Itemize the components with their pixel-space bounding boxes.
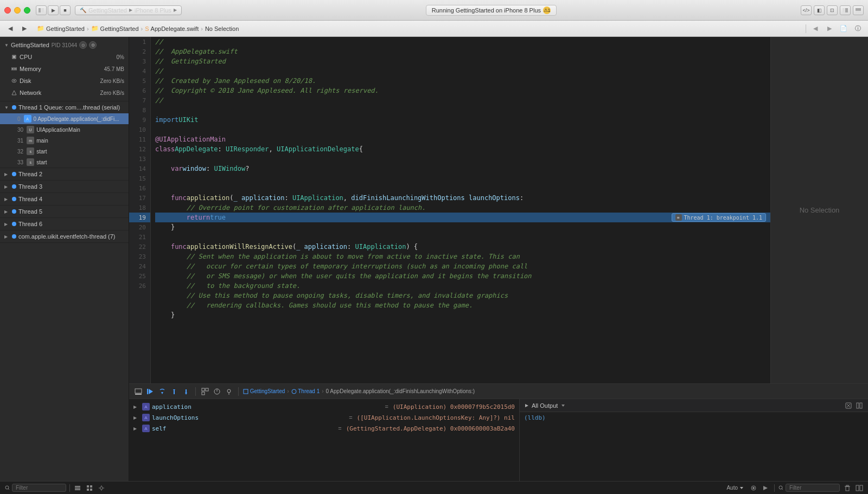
- svg-rect-44: [87, 489, 89, 491]
- thread-4-header[interactable]: ▶ Thread 4: [0, 193, 129, 205]
- svg-marker-22: [185, 393, 187, 395]
- memory-graph-btn[interactable]: [212, 387, 222, 396]
- metric-row-memory[interactable]: Memory 45.7 MB: [0, 63, 129, 75]
- auto-section: Auto: [724, 484, 770, 492]
- var-eq-3: =: [338, 425, 341, 432]
- back-button[interactable]: ◀: [4, 23, 16, 34]
- debug-bc-item-2[interactable]: Thread 1: [291, 388, 320, 394]
- thread-dot-6: [12, 222, 16, 226]
- thread-ef-label: com.apple.uikit.eventfetch-thread (7): [18, 233, 124, 240]
- close-button[interactable]: [4, 7, 11, 14]
- info-icon[interactable]: ⓘ: [852, 23, 864, 34]
- gauge-btn-2[interactable]: ⚙: [89, 41, 97, 49]
- breadcrumb-separator-3: ›: [201, 25, 203, 32]
- line-num-6: 6: [129, 86, 150, 95]
- debug-bc-sep-2: ›: [322, 388, 323, 394]
- thread-3-header[interactable]: ▶ Thread 3: [0, 181, 129, 193]
- auto-selector[interactable]: Auto: [724, 484, 746, 492]
- metric-row-cpu[interactable]: CPU 0%: [0, 51, 129, 63]
- list-view-btn[interactable]: [73, 484, 82, 492]
- thread-item-31[interactable]: 31 m main: [0, 135, 129, 146]
- thread-dot-3: [12, 184, 16, 189]
- breadcrumb-label-4: No Selection: [205, 25, 239, 32]
- status-icon-1[interactable]: [749, 484, 758, 492]
- line-num-21: 21: [129, 232, 150, 242]
- process-row[interactable]: ▼ GettingStarted PID 31044 ⊙ ⚙: [0, 39, 129, 51]
- trash-btn[interactable]: [843, 484, 852, 492]
- code-line-22: func applicationWillResignActive(_ appli…: [155, 242, 770, 252]
- thread-eventfetch-header[interactable]: ▶ com.apple.uikit.eventfetch-thread (7): [0, 230, 129, 242]
- thread-1-header[interactable]: ▼ Thread 1 Queue: com....thread (serial): [0, 101, 129, 113]
- filter-input-variables[interactable]: [12, 484, 66, 492]
- breadcrumb-gettingstarted-2[interactable]: 📁 GettingStarted: [91, 25, 139, 32]
- settings-btn[interactable]: [97, 484, 106, 492]
- code-review-btn[interactable]: </>: [801, 5, 812, 15]
- step-over-btn[interactable]: [157, 387, 167, 396]
- debug-navigator: ▼ GettingStarted PID 31044 ⊙ ⚙ CPU 0% Me…: [0, 37, 129, 481]
- metric-row-network[interactable]: Network Zero KB/s: [0, 87, 129, 99]
- issues-next-btn[interactable]: ▶: [824, 23, 835, 34]
- svg-marker-47: [740, 487, 743, 489]
- thread-5-header[interactable]: ▶ Thread 5: [0, 206, 129, 217]
- thread-item-32[interactable]: 32 s start: [0, 146, 129, 157]
- svg-rect-15: [135, 394, 142, 395]
- svg-rect-2: [843, 8, 845, 12]
- simulate-location-btn[interactable]: [224, 387, 234, 396]
- code-line-25: }: [155, 310, 770, 320]
- debug-toggle-btn[interactable]: [853, 5, 864, 15]
- breadcrumb-appdelegate[interactable]: S AppDelegate.swift: [145, 25, 199, 32]
- auto-label: Auto: [726, 485, 738, 491]
- status-text: Running GettingStarted on iPhone 8 Plus: [432, 7, 541, 14]
- traffic-lights[interactable]: [4, 7, 30, 14]
- debug-bc-item-3[interactable]: 0 AppDelegate.application(_:didFinishLau…: [326, 388, 475, 394]
- minimize-button[interactable]: [14, 7, 21, 14]
- line-num-24: 24: [129, 261, 150, 271]
- var-row-launchoptions[interactable]: ▶ A launchOptions = ([UIApplication.Laun…: [129, 412, 519, 423]
- thread-item-0[interactable]: 0 A 0 AppDelegate.application(_:didFi...: [0, 113, 129, 124]
- thread-2-header[interactable]: ▶ Thread 2: [0, 168, 129, 180]
- console-panel: All Output (lldb): [520, 399, 868, 481]
- continue-btn[interactable]: [145, 387, 155, 396]
- issues-prev-btn[interactable]: ◀: [809, 23, 821, 34]
- code-view: 1 2 3 4 5 6 7 8 9 10 11 12 13 14 15 16 1…: [129, 37, 868, 383]
- step-into-btn[interactable]: [169, 387, 179, 396]
- gauge-btn-1[interactable]: ⊙: [79, 41, 87, 49]
- stop-button[interactable]: ■: [60, 5, 71, 15]
- breadcrumb-no-selection[interactable]: No Selection: [205, 25, 239, 32]
- scheme-name: GettingStarted: [88, 7, 127, 14]
- thread-6-header[interactable]: ▶ Thread 6: [0, 218, 129, 230]
- navigator-toggle[interactable]: [36, 5, 47, 15]
- var-row-self[interactable]: ▶ A self = (GettingStarted.AppDelegate) …: [129, 423, 519, 434]
- memory-icon: [11, 66, 17, 72]
- scheme-selector[interactable]: 🔨 GettingStarted ▶ iPhone 8 Plus ▶: [75, 5, 182, 15]
- filter-input-output[interactable]: [786, 484, 840, 492]
- status-icon-2[interactable]: [761, 484, 770, 492]
- thread-item-33[interactable]: 33 s start: [0, 157, 129, 168]
- svg-rect-53: [846, 486, 849, 491]
- code-content[interactable]: // // AppDelegate.swift // GettingStarte…: [151, 37, 770, 383]
- grid-view-btn[interactable]: [85, 484, 94, 492]
- split-left-btn[interactable]: ◧: [814, 5, 825, 15]
- doc-icon[interactable]: 📄: [838, 23, 850, 34]
- hide-debug-btn[interactable]: [133, 387, 143, 396]
- console-clear-btn[interactable]: [844, 401, 853, 410]
- split-view-btn[interactable]: [855, 484, 864, 492]
- run-button[interactable]: ▶: [48, 5, 59, 15]
- forward-button[interactable]: ▶: [18, 23, 30, 34]
- step-out-btn[interactable]: [181, 387, 191, 396]
- breadcrumb-gettingstarted-1[interactable]: 📁 GettingStarted: [37, 25, 85, 32]
- console-split-btn[interactable]: [855, 401, 864, 410]
- thread-group-5: ▶ Thread 5: [0, 206, 129, 218]
- var-eq-2: =: [349, 414, 352, 421]
- expand-icon-4: ▶: [4, 197, 10, 202]
- debug-bc-item-1[interactable]: GettingStarted: [243, 388, 285, 394]
- split-right-btn[interactable]: ⊡: [827, 5, 838, 15]
- breadcrumb-separator-1: ›: [87, 25, 89, 32]
- var-row-application[interactable]: ▶ A application = (UIApplication) 0x0000…: [129, 401, 519, 412]
- fullscreen-button[interactable]: [24, 7, 30, 14]
- view-debugger-btn[interactable]: [200, 387, 210, 396]
- metric-row-disk[interactable]: Disk Zero KB/s: [0, 75, 129, 87]
- thread-item-30[interactable]: 30 U UIApplicationMain: [0, 124, 129, 135]
- breadcrumb-label-2: GettingStarted: [100, 25, 139, 32]
- navigator-hide-btn[interactable]: [840, 5, 851, 15]
